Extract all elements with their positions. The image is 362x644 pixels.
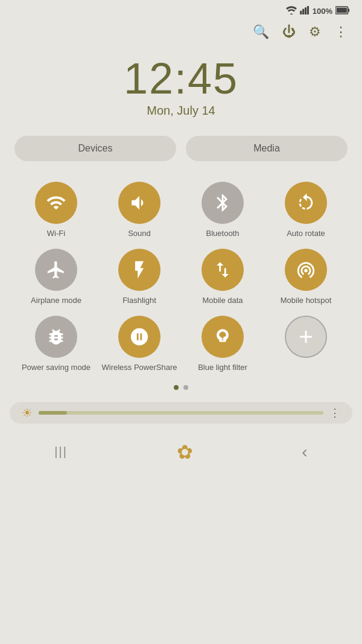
page-dot-1 (174, 385, 179, 390)
qs-powersave[interactable]: Power saving mode (14, 316, 98, 373)
qs-flashlight[interactable]: Flashlight (98, 249, 181, 306)
search-icon[interactable]: 🔍 (253, 24, 269, 40)
top-actions: 🔍 ⏻ ⚙ ⋮ (0, 19, 362, 45)
svg-rect-5 (348, 8, 350, 11)
home-nav-icon[interactable]: ✿ (177, 441, 193, 464)
power-icon[interactable]: ⏻ (282, 24, 296, 40)
tab-row: Devices Media (0, 136, 362, 176)
qs-wireless-label: Wireless PowerShare (102, 363, 177, 373)
brightness-fill (39, 411, 67, 415)
tab-media[interactable]: Media (186, 136, 348, 161)
brightness-slider[interactable] (39, 411, 323, 415)
svg-rect-2 (305, 7, 306, 14)
qs-bluetooth-circle (202, 182, 244, 224)
svg-rect-1 (302, 9, 304, 14)
brightness-icon: ☀ (22, 406, 33, 420)
clock-time: 12:45 (0, 57, 362, 100)
qs-hotspot-circle (285, 249, 327, 291)
qs-bluetooth[interactable]: Bluetooth (181, 182, 264, 239)
qs-wifi-circle (35, 182, 77, 224)
svg-rect-3 (307, 6, 309, 14)
qs-airplane[interactable]: Airplane mode (14, 249, 98, 306)
page-dot-2 (183, 385, 188, 390)
settings-icon[interactable]: ⚙ (309, 24, 321, 40)
qs-mobiledata-label: Mobile data (202, 296, 243, 306)
qs-wireless-circle (118, 316, 160, 358)
qs-add[interactable] (264, 316, 348, 373)
qs-flashlight-label: Flashlight (122, 296, 156, 306)
qs-grid: Wi-Fi Sound Bluetooth Auto rotate (14, 182, 348, 373)
more-icon[interactable]: ⋮ (334, 24, 348, 40)
qs-bluelight-label: Blue light filter (198, 363, 247, 373)
qs-powersave-label: Power saving mode (22, 363, 91, 373)
qs-add-circle (285, 316, 327, 358)
recents-nav-icon[interactable]: ||| (54, 445, 68, 459)
qs-autorotate[interactable]: Auto rotate (264, 182, 348, 239)
qs-flashlight-circle (118, 249, 160, 291)
svg-rect-0 (300, 11, 302, 14)
status-bar: 100% (0, 0, 362, 19)
battery-icon (335, 6, 350, 16)
qs-bluelight[interactable]: Blue light filter (181, 316, 264, 373)
qs-mobiledata[interactable]: Mobile data (181, 249, 264, 306)
wifi-status-icon (286, 6, 297, 16)
qs-sound-label: Sound (128, 229, 151, 239)
svg-rect-6 (337, 8, 347, 13)
brightness-row[interactable]: ☀ ⋮ (10, 402, 352, 424)
bottom-nav: ||| ✿ ‹ (0, 430, 362, 470)
back-nav-icon[interactable]: ‹ (302, 442, 307, 462)
qs-hotspot-label: Mobile hotspot (281, 296, 332, 306)
qs-hotspot[interactable]: Mobile hotspot (264, 249, 348, 306)
qs-wifi[interactable]: Wi-Fi (14, 182, 98, 239)
brightness-more-icon[interactable]: ⋮ (329, 406, 340, 419)
qs-wifi-label: Wi-Fi (47, 229, 65, 239)
signal-status-icon (300, 6, 310, 16)
page-dots (0, 379, 362, 400)
qs-airplane-circle (35, 249, 77, 291)
quick-settings: Wi-Fi Sound Bluetooth Auto rotate (0, 176, 362, 379)
tab-devices[interactable]: Devices (14, 136, 176, 161)
qs-mobiledata-circle (202, 249, 244, 291)
qs-powersave-circle (35, 316, 77, 358)
qs-bluetooth-label: Bluetooth (206, 229, 240, 239)
qs-sound-circle (118, 182, 160, 224)
qs-airplane-label: Airplane mode (31, 296, 81, 306)
qs-sound[interactable]: Sound (98, 182, 181, 239)
battery-percentage: 100% (313, 7, 332, 16)
qs-wireless[interactable]: Wireless PowerShare (98, 316, 181, 373)
clock-area: 12:45 Mon, July 14 (0, 45, 362, 136)
qs-autorotate-label: Auto rotate (287, 229, 325, 239)
clock-date: Mon, July 14 (0, 104, 362, 118)
qs-autorotate-circle (285, 182, 327, 224)
qs-bluelight-circle (202, 316, 244, 358)
